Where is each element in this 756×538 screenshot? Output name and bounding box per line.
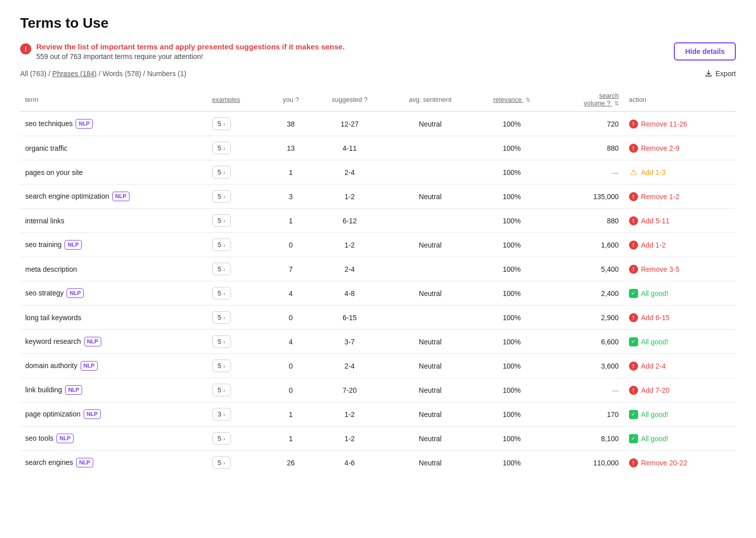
- you-cell: 26: [270, 451, 312, 475]
- action-icon-red: !: [629, 362, 638, 371]
- chevron-right-icon: ›: [223, 411, 225, 417]
- filter-phrases[interactable]: Phrases (184): [52, 70, 97, 78]
- hide-details-button[interactable]: Hide details: [674, 42, 736, 61]
- action-text: All good!: [641, 289, 668, 297]
- action-cell: !Add 1-2: [624, 233, 736, 257]
- chevron-right-icon: ›: [223, 169, 225, 175]
- examples-button[interactable]: 5›: [212, 287, 231, 300]
- nlp-badge: NLP: [76, 458, 93, 467]
- term-name: domain authority: [25, 362, 78, 370]
- term-name: seo techniques: [25, 119, 73, 128]
- nlp-badge: NLP: [84, 409, 101, 419]
- action-text: Remove 20-22: [641, 459, 687, 467]
- you-cell: 1: [270, 209, 312, 233]
- term-cell: pages on your site: [20, 160, 207, 185]
- examples-count: 5: [218, 338, 221, 345]
- examples-button[interactable]: 5›: [212, 456, 231, 469]
- action-text: All good!: [641, 435, 668, 443]
- search-volume-cell: 5,400: [550, 257, 623, 281]
- relevance-sort-icon: ⇅: [526, 97, 530, 103]
- examples-button[interactable]: 3›: [212, 408, 231, 421]
- relevance-cell: 100%: [473, 185, 550, 209]
- sentiment-cell: [387, 136, 473, 160]
- col-search-volume[interactable]: searchvolume ? ⇅: [550, 88, 623, 111]
- examples-count: 5: [218, 265, 221, 273]
- terms-table: term examples you ? suggested ? avg. sen…: [20, 88, 736, 474]
- suggested-cell: 1-2: [312, 185, 387, 209]
- alert-sub-text: 559 out of 763 important terms require y…: [36, 52, 345, 61]
- examples-button[interactable]: 5›: [212, 360, 231, 372]
- term-cell: seo toolsNLP: [20, 427, 207, 451]
- examples-cell: 3›: [207, 402, 270, 427]
- relevance-cell: 100%: [473, 354, 550, 378]
- col-avg-sentiment: avg. sentiment: [387, 88, 473, 111]
- term-cell: link buildingNLP: [20, 378, 207, 402]
- action-icon-red: !: [629, 216, 638, 225]
- relevance-cell: 100%: [473, 136, 550, 160]
- term-name: organic traffic: [25, 144, 68, 152]
- search-volume-cell: —: [550, 378, 623, 402]
- action-cell: ✓All good!: [624, 427, 736, 451]
- table-row: seo strategyNLP5›44-8Neutral100%2,400✓Al…: [20, 281, 736, 306]
- filter-sep-3: /: [143, 70, 147, 78]
- alert-banner: ! Review the list of important terms and…: [20, 42, 736, 61]
- suggested-cell: 1-2: [312, 402, 387, 427]
- term-cell: seo techniquesNLP: [20, 111, 207, 136]
- suggested-cell: 2-4: [312, 257, 387, 281]
- action-text: Remove 11-26: [641, 120, 687, 128]
- examples-button[interactable]: 5›: [212, 263, 231, 275]
- sentiment-cell: [387, 306, 473, 330]
- examples-button[interactable]: 5›: [212, 166, 231, 178]
- suggested-cell: 1-2: [312, 427, 387, 451]
- examples-button[interactable]: 5›: [212, 384, 231, 396]
- examples-count: 5: [218, 314, 221, 321]
- suggested-cell: 4-11: [312, 136, 387, 160]
- term-cell: search enginesNLP: [20, 451, 207, 475]
- search-volume-cell: 2,400: [550, 281, 623, 306]
- search-volume-cell: 3,600: [550, 354, 623, 378]
- action-icon-red: !: [629, 386, 638, 395]
- you-cell: 4: [270, 330, 312, 354]
- examples-button[interactable]: 5›: [212, 432, 231, 445]
- term-cell: long tail keywords: [20, 306, 207, 330]
- search-volume-cell: 170: [550, 402, 623, 427]
- examples-count: 5: [218, 217, 221, 224]
- examples-button[interactable]: 5›: [212, 238, 231, 251]
- col-relevance[interactable]: relevance ⇅: [473, 88, 550, 111]
- examples-button[interactable]: 5›: [212, 117, 231, 130]
- table-row: search engine optimizationNLP5›31-2Neutr…: [20, 185, 736, 209]
- sentiment-cell: Neutral: [387, 233, 473, 257]
- you-cell: 4: [270, 281, 312, 306]
- table-row: seo trainingNLP5›01-2Neutral100%1,600!Ad…: [20, 233, 736, 257]
- examples-button[interactable]: 5›: [212, 214, 231, 227]
- term-cell: seo strategyNLP: [20, 281, 207, 306]
- action-icon-red: !: [629, 265, 638, 274]
- action-text: All good!: [641, 410, 668, 419]
- examples-cell: 5›: [207, 281, 270, 306]
- export-button[interactable]: Export: [705, 70, 736, 78]
- examples-count: 5: [218, 120, 221, 128]
- table-row: internal links5›16-12100%880!Add 5-11: [20, 209, 736, 233]
- sentiment-cell: Neutral: [387, 378, 473, 402]
- table-row: domain authorityNLP5›02-4Neutral100%3,60…: [20, 354, 736, 378]
- examples-button[interactable]: 5›: [212, 311, 231, 324]
- col-term: term: [20, 88, 207, 111]
- filter-links: All (763) / Phrases (184) / Words (578) …: [20, 70, 186, 78]
- table-row: search enginesNLP5›264-6Neutral100%110,0…: [20, 451, 736, 475]
- examples-button[interactable]: 5›: [212, 335, 231, 348]
- you-cell: 0: [270, 306, 312, 330]
- export-label: Export: [716, 70, 736, 78]
- filter-all: All (763): [20, 70, 46, 78]
- examples-cell: 5›: [207, 160, 270, 185]
- table-row: organic traffic5›134-11100%880!Remove 2-…: [20, 136, 736, 160]
- search-volume-cell: 110,000: [550, 451, 623, 475]
- examples-cell: 5›: [207, 233, 270, 257]
- action-text: Remove 3-5: [641, 265, 679, 273]
- examples-button[interactable]: 5›: [212, 190, 231, 203]
- action-icon-green: ✓: [629, 337, 638, 346]
- action-cell: !Add 7-20: [624, 378, 736, 402]
- examples-button[interactable]: 5›: [212, 142, 231, 154]
- action-cell: ✓All good!: [624, 281, 736, 306]
- examples-cell: 5›: [207, 185, 270, 209]
- table-row: seo toolsNLP5›11-2Neutral100%8,100✓All g…: [20, 427, 736, 451]
